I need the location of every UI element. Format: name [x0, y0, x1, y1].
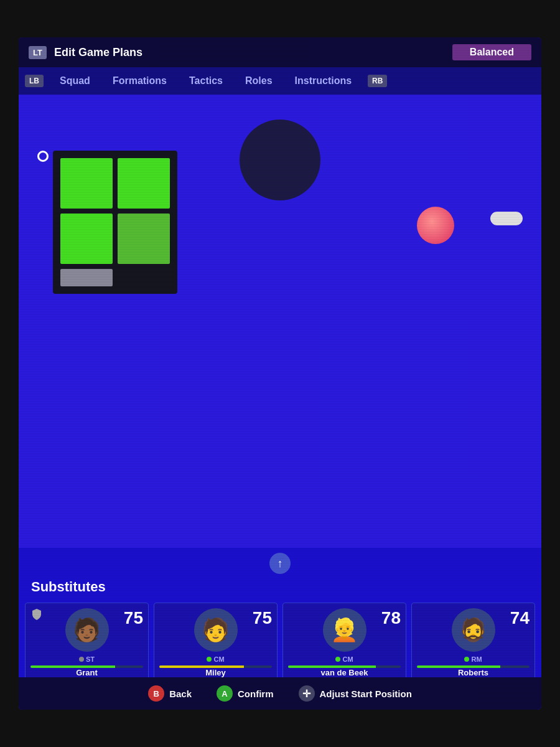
pos-dot-vandebeek — [335, 657, 340, 662]
nav-tactics[interactable]: Tactics — [178, 67, 234, 95]
header-title: Edit Game Plans — [54, 46, 142, 59]
adjust-action[interactable]: ✛ Adjust Start Position — [299, 685, 412, 702]
b-button[interactable]: B — [148, 685, 164, 702]
lb-badge[interactable]: LB — [25, 75, 44, 87]
rb-badge[interactable]: RB — [368, 75, 387, 87]
header-bar: LT Edit Game Plans Balanced — [19, 37, 541, 67]
formation-cell-5 — [60, 269, 113, 286]
dark-circle — [240, 120, 320, 200]
formation-cell-4 — [118, 214, 170, 264]
back-action[interactable]: B Back — [148, 685, 192, 702]
player-card-vandebeek[interactable]: 👱 78 CM van de Beek — [282, 603, 406, 683]
rating-fill-grant — [30, 665, 115, 668]
player-position-vandebeek: CM — [335, 655, 353, 663]
screen: LT Edit Game Plans Balanced LB Squad For… — [19, 37, 541, 710]
formation-cell-2 — [118, 158, 170, 209]
player-avatar-roberts: 🧔 — [452, 608, 495, 652]
adjust-label: Adjust Start Position — [320, 688, 412, 699]
substitutes-title: Substitutes — [19, 574, 541, 603]
nav-roles[interactable]: Roles — [234, 67, 284, 95]
player-rating-grant: 75 — [124, 608, 143, 628]
player-rating-roberts: 74 — [510, 608, 530, 628]
up-arrow-icon[interactable]: ↑ — [269, 553, 291, 574]
player-name-miley: Miley — [205, 668, 226, 677]
player-card-miley[interactable]: 🧑 75 CM Miley — [154, 603, 278, 683]
pos-dot-grant — [79, 657, 84, 662]
confirm-label: Confirm — [238, 688, 274, 699]
player-rating-vandebeek: 78 — [381, 608, 401, 628]
action-bar: B Back A Confirm ✛ Adjust Start Position — [19, 677, 541, 710]
a-button[interactable]: A — [217, 685, 233, 702]
rating-fill-miley — [159, 665, 244, 668]
small-circle-indicator — [37, 151, 49, 162]
lt-badge[interactable]: LT — [29, 46, 47, 59]
player-card-roberts[interactable]: 🧔 74 RM Roberts — [411, 603, 535, 683]
player-avatar-grant: 🧑🏾 — [65, 608, 109, 652]
formation-grid[interactable] — [53, 151, 177, 294]
player-position-miley: CM — [207, 655, 224, 663]
player-position-grant: ST — [79, 655, 95, 663]
game-plan-label[interactable]: Balanced — [452, 44, 531, 60]
players-row: 🧑🏾 75 ST Grant 🧑 — [19, 603, 541, 683]
player-rating-miley: 75 — [253, 608, 272, 628]
formation-cell-1 — [60, 158, 113, 209]
pink-circle-indicator — [417, 207, 454, 244]
confirm-action[interactable]: A Confirm — [217, 685, 274, 702]
white-toggle[interactable] — [490, 212, 523, 225]
player-card-grant[interactable]: 🧑🏾 75 ST Grant — [25, 603, 149, 683]
player-name-roberts: Roberts — [458, 668, 488, 677]
main-area — [19, 95, 541, 548]
pos-dot-roberts — [464, 657, 469, 662]
pos-dot-miley — [207, 657, 212, 662]
back-label: Back — [169, 688, 192, 699]
dpad-icon[interactable]: ✛ — [299, 685, 315, 702]
player-name-grant: Grant — [76, 668, 98, 677]
up-arrow-separator: ↑ — [19, 548, 541, 574]
player-position-roberts: RM — [464, 655, 482, 663]
shield-icon — [30, 608, 43, 621]
nav-squad[interactable]: Squad — [49, 67, 101, 95]
player-avatar-vandebeek: 👱 — [323, 608, 366, 652]
nav-bar: LB Squad Formations Tactics Roles Instru… — [19, 67, 541, 95]
nav-instructions[interactable]: Instructions — [284, 67, 363, 95]
nav-formations[interactable]: Formations — [101, 67, 178, 95]
player-name-vandebeek: van de Beek — [321, 668, 368, 677]
tv-outer: LT Edit Game Plans Balanced LB Squad For… — [0, 0, 560, 747]
formation-cell-3 — [60, 214, 113, 264]
player-avatar-miley: 🧑 — [194, 608, 238, 652]
